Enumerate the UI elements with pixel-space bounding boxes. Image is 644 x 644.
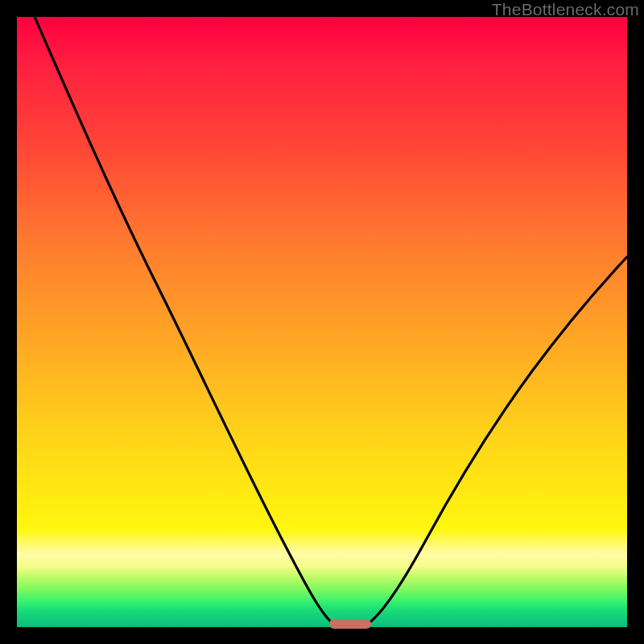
curve-right-branch <box>368 257 627 624</box>
curve-left-branch <box>35 17 333 624</box>
chart-frame: TheBottleneck.com <box>0 0 644 644</box>
optimum-marker <box>329 619 371 629</box>
watermark-text: TheBottleneck.com <box>492 0 639 19</box>
bottleneck-curve <box>17 17 627 627</box>
plot-area <box>17 17 627 627</box>
